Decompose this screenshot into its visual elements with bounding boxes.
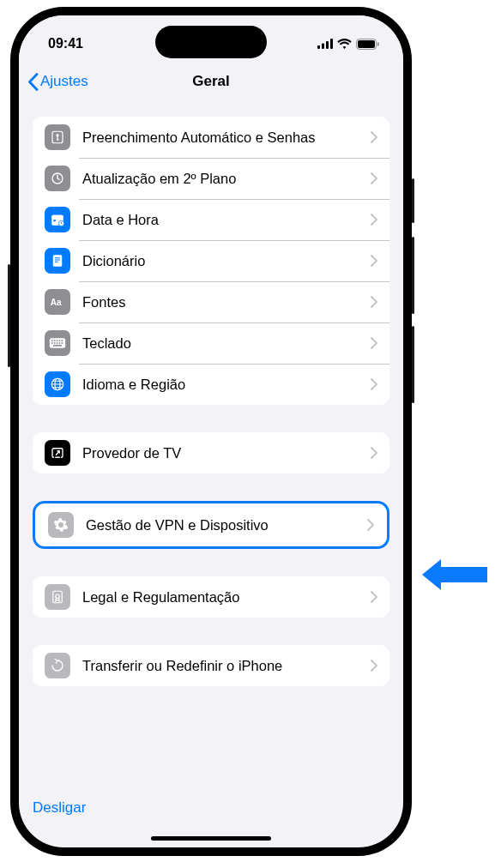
calendar-icon (45, 207, 70, 232)
row-label: Fontes (82, 293, 371, 311)
row-label: Atualização em 2º Plano (82, 170, 371, 188)
svg-rect-35 (53, 591, 63, 603)
settings-row[interactable]: Data e Hora (33, 199, 389, 240)
settings-row[interactable]: Teclado (33, 322, 389, 364)
settings-row[interactable]: Provedor de TV (33, 432, 389, 473)
svg-rect-22 (51, 340, 53, 341)
status-time: 09:41 (48, 36, 83, 51)
svg-rect-31 (62, 342, 63, 344)
settings-group: Preenchimento Automático e SenhasAtualiz… (33, 117, 389, 405)
reset-icon (45, 653, 70, 678)
chevron-right-icon (371, 255, 377, 267)
wifi-icon (337, 39, 352, 49)
svg-rect-5 (358, 40, 375, 48)
chevron-right-icon (371, 591, 377, 603)
settings-group: Legal e Regulamentação (33, 576, 389, 618)
settings-row[interactable]: Atualização em 2º Plano (33, 158, 389, 199)
home-indicator[interactable] (151, 836, 271, 841)
svg-rect-24 (57, 340, 58, 341)
side-button (412, 326, 414, 403)
svg-rect-2 (326, 41, 329, 49)
chevron-right-icon (371, 378, 377, 390)
svg-rect-32 (53, 345, 62, 347)
refresh-icon (45, 166, 70, 191)
row-label: Transferir ou Redefinir o iPhone (82, 657, 371, 675)
gear-icon (48, 512, 74, 538)
row-label: Preenchimento Automático e Senhas (82, 129, 371, 147)
keyboard-icon (45, 330, 70, 356)
row-label: Data e Hora (82, 211, 371, 229)
chevron-right-icon (371, 131, 377, 143)
svg-rect-0 (317, 45, 320, 49)
svg-rect-6 (377, 42, 379, 46)
svg-rect-23 (54, 340, 56, 341)
phone-frame: 09:41 Ajustes Geral Preenchimento Automá… (10, 7, 412, 856)
nav-title: Geral (192, 73, 229, 90)
svg-rect-3 (330, 39, 333, 49)
arrow-annotation (420, 556, 487, 594)
side-button (412, 178, 414, 223)
shutdown-button[interactable]: Desligar (19, 784, 100, 817)
svg-rect-14 (54, 220, 56, 221)
svg-rect-28 (54, 342, 56, 344)
row-label: Legal e Regulamentação (82, 588, 371, 606)
book-icon (45, 248, 70, 274)
chevron-right-icon (371, 214, 377, 226)
side-button (412, 237, 414, 314)
chevron-right-icon (371, 296, 377, 308)
svg-text:Aa: Aa (51, 298, 62, 307)
cert-icon (45, 584, 70, 610)
svg-rect-13 (51, 215, 63, 219)
settings-row[interactable]: Gestão de VPN e Dispositivo (36, 504, 386, 546)
settings-row[interactable]: Legal e Regulamentação (33, 576, 389, 618)
svg-rect-19 (55, 262, 58, 262)
svg-rect-27 (51, 342, 53, 344)
svg-rect-30 (59, 342, 61, 344)
svg-rect-16 (53, 255, 63, 267)
back-button[interactable]: Ajustes (27, 73, 88, 91)
chevron-right-icon (371, 660, 377, 672)
phone-screen: 09:41 Ajustes Geral Preenchimento Automá… (19, 15, 403, 847)
globe-icon (45, 371, 70, 397)
svg-rect-1 (322, 44, 324, 50)
settings-row[interactable]: Transferir ou Redefinir o iPhone (33, 645, 389, 686)
settings-row[interactable]: Preenchimento Automático e Senhas (33, 117, 389, 158)
fonts-icon: Aa (45, 289, 70, 315)
svg-rect-10 (57, 139, 58, 140)
row-label: Dicionário (82, 252, 371, 270)
row-label: Idioma e Região (82, 376, 371, 394)
chevron-right-icon (371, 447, 377, 459)
power-button (8, 264, 10, 367)
nav-bar: Ajustes Geral (19, 62, 403, 101)
settings-content[interactable]: Preenchimento Automático e SenhasAtualiz… (19, 101, 403, 817)
chevron-right-icon (367, 519, 374, 531)
settings-group: Provedor de TV (33, 432, 389, 473)
battery-icon (356, 39, 379, 50)
status-icons (317, 39, 379, 50)
chevron-right-icon (371, 337, 377, 349)
svg-rect-18 (55, 260, 60, 261)
settings-group: Transferir ou Redefinir o iPhone (33, 645, 389, 686)
svg-point-36 (56, 594, 60, 599)
key-icon (45, 124, 70, 150)
row-label: Provedor de TV (82, 444, 371, 462)
settings-row[interactable]: AaFontes (33, 281, 389, 322)
svg-rect-29 (57, 342, 58, 344)
row-label: Teclado (82, 335, 371, 353)
cellular-icon (317, 39, 333, 49)
chevron-left-icon (27, 73, 39, 91)
chevron-right-icon (371, 172, 377, 184)
settings-row[interactable]: Idioma e Região (33, 364, 389, 405)
settings-row[interactable]: Dicionário (33, 240, 389, 281)
tv-icon (45, 440, 70, 466)
svg-rect-17 (55, 257, 60, 258)
svg-rect-25 (59, 340, 61, 341)
svg-rect-26 (62, 340, 63, 341)
back-label: Ajustes (40, 73, 88, 90)
dynamic-island (155, 26, 267, 58)
settings-group: Gestão de VPN e Dispositivo (33, 501, 389, 549)
row-label: Gestão de VPN e Dispositivo (86, 516, 367, 534)
